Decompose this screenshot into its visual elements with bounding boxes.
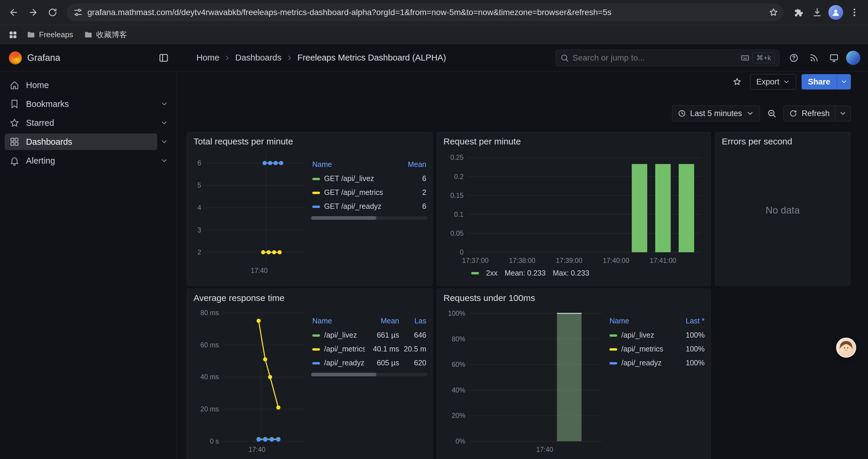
share-button[interactable]: Share (802, 74, 851, 90)
panel-title[interactable]: Average response time (192, 291, 428, 305)
svg-text:17:41:00: 17:41:00 (650, 257, 676, 264)
export-button[interactable]: Export (750, 74, 796, 90)
bookmark-folder-freeleaps[interactable]: Freeleaps (23, 28, 78, 42)
user-avatar[interactable] (846, 51, 860, 65)
sidebar-item-home: Home (5, 76, 172, 95)
browser-profile-avatar[interactable] (829, 5, 843, 20)
svg-text:4: 4 (197, 204, 201, 211)
sidebar-item-starred: Starred (5, 113, 172, 132)
favorite-star-icon[interactable] (730, 74, 745, 90)
panel-title[interactable]: Errors per second (720, 135, 845, 148)
apps-grid-icon[interactable] (6, 28, 20, 42)
brand-name: Grafana (27, 53, 60, 63)
svg-text:80 ms: 80 ms (200, 309, 219, 317)
series-swatch (312, 192, 320, 194)
dashboards-grid-icon (9, 137, 20, 147)
average-response-time-chart[interactable]: 0 s20 ms40 ms60 ms80 ms17:40 (192, 305, 309, 455)
breadcrumb-home[interactable]: Home (196, 53, 219, 63)
zoom-out-icon[interactable] (764, 106, 779, 121)
panel-requests-under-100ms: Requests under 100ms 0%20%40%60%80%100%1… (437, 289, 711, 459)
refresh-interval-chevron-icon[interactable] (835, 106, 850, 121)
help-icon[interactable] (786, 50, 802, 66)
series-swatch (610, 362, 617, 364)
series-mean: Mean: 0.233 (505, 269, 546, 277)
folder-icon (84, 30, 93, 39)
legend-col-name[interactable]: Name (608, 315, 670, 328)
svg-text:17:37:00: 17:37:00 (462, 257, 489, 264)
legend-scrollbar[interactable] (311, 373, 428, 376)
series-swatch (610, 348, 617, 351)
site-settings-icon[interactable] (71, 5, 85, 20)
omnibox[interactable] (67, 4, 783, 21)
chevron-down-icon[interactable] (157, 116, 172, 130)
request-per-minute-chart[interactable]: 00.050.10.150.20.2517:37:0017:38:0017:39… (442, 148, 706, 266)
refresh-button[interactable]: Refresh (784, 106, 835, 121)
chevron-down-icon[interactable] (157, 97, 172, 111)
url-field[interactable] (85, 8, 766, 17)
browser-back-icon[interactable] (5, 4, 22, 21)
grafana-logo[interactable] (9, 52, 22, 64)
time-controls: Last 5 minutes Refresh (672, 105, 851, 122)
browser-forward-icon[interactable] (25, 4, 41, 21)
series-label[interactable]: 2xx (486, 269, 498, 277)
legend: Name Mean GET /api/_livez 6 GET /api/_me… (311, 148, 428, 275)
news-rss-icon[interactable] (806, 50, 822, 66)
collapse-sidebar-icon[interactable] (159, 53, 169, 63)
time-range-picker[interactable]: Last 5 minutes (672, 105, 760, 121)
series-swatch (312, 205, 320, 208)
panel-title[interactable]: Request per minute (442, 135, 706, 148)
svg-text:60 ms: 60 ms (200, 341, 219, 349)
assistant-avatar-widget[interactable] (836, 338, 856, 358)
share-options-chevron-icon[interactable] (837, 74, 851, 90)
sidebar-item-bookmarks: Bookmarks (5, 95, 172, 113)
legend-row: GET /api/_livez 6 (311, 172, 428, 186)
downloads-icon[interactable] (809, 4, 826, 21)
svg-text:0.15: 0.15 (450, 192, 464, 199)
legend-col-name[interactable]: Name (311, 158, 392, 172)
panel-title[interactable]: Requests under 100ms (442, 291, 706, 305)
legend-col-mean[interactable]: Mean (365, 315, 400, 328)
brand-block: Grafana (0, 52, 176, 64)
legend-col-last[interactable]: Las (400, 315, 428, 328)
legend-row: /api/_livez 661 µs 646 (311, 328, 428, 342)
header-icons (779, 50, 868, 66)
legend-col-last[interactable]: Last * (670, 315, 706, 328)
svg-text:20 ms: 20 ms (200, 405, 219, 413)
monitor-icon[interactable] (826, 50, 842, 66)
legend-col-mean[interactable]: Mean (392, 158, 428, 172)
svg-text:17:39:00: 17:39:00 (556, 257, 583, 264)
series-swatch (312, 178, 320, 180)
svg-text:100%: 100% (448, 309, 465, 317)
chevron-down-icon (783, 78, 790, 85)
panel-total-requests: Total requests per minute 2345617:40 Nam… (187, 132, 433, 286)
bookmark-icon (9, 99, 20, 109)
legend: 2xx Mean: 0.233 Max: 0.233 (442, 266, 706, 277)
folder-icon (27, 30, 35, 39)
chevron-down-icon (746, 109, 754, 118)
browser-menu-icon[interactable] (846, 4, 863, 21)
legend-scrollbar[interactable] (311, 216, 428, 220)
browser-reload-icon[interactable] (44, 4, 61, 21)
panel-request-per-minute: Request per minute 00.050.10.150.20.2517… (437, 132, 711, 286)
chevron-down-icon[interactable] (157, 135, 172, 149)
requests-under-100ms-chart[interactable]: 0%20%40%60%80%100%17:40 (442, 305, 606, 455)
bookmark-folder-blogs[interactable]: 收藏博客 (80, 28, 131, 42)
panel-title[interactable]: Total requests per minute (192, 135, 428, 148)
breadcrumb: Home Dashboards Freeleaps Metrics Dashbo… (196, 53, 446, 63)
bookmark-star-icon[interactable] (766, 5, 780, 20)
legend: Name Mean Las /api/_livez 661 µs 646 (311, 305, 428, 455)
svg-text:17:40:00: 17:40:00 (603, 257, 629, 264)
breadcrumb-dashboards[interactable]: Dashboards (235, 53, 281, 63)
refresh-button-group: Refresh (783, 105, 851, 121)
svg-text:3: 3 (197, 226, 201, 234)
legend-col-name[interactable]: Name (311, 315, 365, 328)
search-input[interactable] (572, 53, 738, 63)
total-requests-chart[interactable]: 2345617:40 (192, 148, 309, 275)
dashboard-actions: Export Share (730, 74, 851, 90)
series-swatch (610, 334, 617, 337)
search-bar[interactable]: ⌘+k (556, 50, 779, 66)
chevron-down-icon[interactable] (157, 154, 172, 168)
extensions-icon[interactable] (789, 4, 806, 21)
svg-text:0.1: 0.1 (454, 210, 464, 218)
legend-row: /api/_metrics 100% (608, 342, 706, 356)
